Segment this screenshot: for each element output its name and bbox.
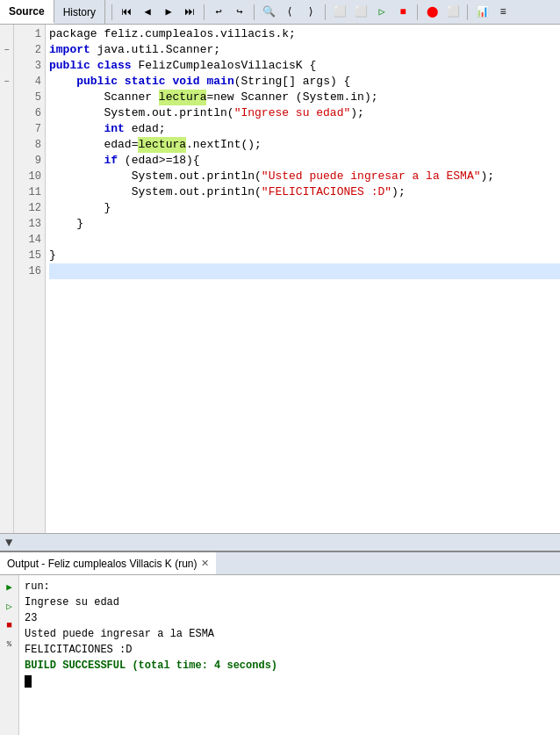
plain-token — [49, 137, 104, 153]
fold-cell[interactable]: − — [0, 74, 13, 90]
toolbar-btn-2[interactable]: ◀ — [138, 3, 157, 22]
bottom-expand-arrow[interactable]: ▼ — [5, 536, 12, 550]
highlight-token: lectura — [159, 90, 207, 105]
line-number: 5 — [14, 90, 45, 105]
line-numbers: 12345678910111213141516 — [14, 25, 46, 533]
toolbar-btn-prev-match[interactable]: ⟨ — [280, 3, 299, 22]
code-line — [49, 263, 560, 279]
plain-token: ); — [350, 105, 364, 121]
code-line: } — [49, 248, 560, 263]
output-line: FELICITACIONES :D — [25, 642, 555, 658]
fold-cell — [0, 26, 13, 42]
code-line: package feliz.cumplealos.villacis.k; — [49, 26, 560, 42]
line-number: 16 — [14, 263, 45, 279]
keyword-token: main — [207, 74, 234, 90]
code-line — [49, 232, 560, 248]
fold-cell — [0, 248, 13, 263]
line-number: 7 — [14, 121, 45, 137]
toolbar-btn-toggle2[interactable]: ⬜ — [351, 3, 370, 22]
plain-token — [49, 74, 76, 90]
line-number: 6 — [14, 105, 45, 121]
tab-history-label: History — [63, 6, 96, 18]
line-number: 13 — [14, 216, 45, 232]
toolbar-btn-4[interactable]: ⏭ — [180, 3, 199, 22]
output-line: BUILD SUCCESSFUL (total time: 4 seconds) — [25, 658, 555, 674]
code-content[interactable]: package feliz.cumplealos.villacis.k;impo… — [46, 25, 560, 533]
output-btn-run[interactable]: ▶ — [2, 579, 18, 594]
output-text: run:Ingrese su edad23Usted puede ingresa… — [19, 575, 560, 735]
plain-token — [49, 169, 132, 184]
keyword-token: class — [97, 58, 132, 74]
toolbar-btn-redo[interactable]: ↪ — [230, 3, 249, 22]
toolbar-btn-rec2[interactable]: ⬜ — [443, 3, 463, 22]
fold-cell — [0, 137, 13, 153]
plain-token — [49, 153, 104, 169]
line-number: 11 — [14, 184, 45, 200]
toolbar-btn-stop[interactable]: ■ — [393, 3, 413, 22]
separator-3 — [254, 4, 255, 20]
output-tab[interactable]: Output - Feliz cumplealos Villacis K (ru… — [0, 552, 216, 574]
output-tab-close[interactable]: ✕ — [201, 558, 209, 569]
plain-token — [200, 74, 207, 90]
output-line: 23 — [25, 610, 555, 626]
plain-token — [118, 74, 125, 90]
code-line: public static void main(String[] args) { — [49, 74, 560, 90]
output-panel: Output - Feliz cumplealos Villacis K (ru… — [0, 551, 560, 735]
fold-cell — [0, 216, 13, 232]
fold-cell — [0, 200, 13, 216]
toolbar-btn-3[interactable]: ▶ — [159, 3, 178, 22]
line-number: 15 — [14, 248, 45, 263]
tab-source[interactable]: Source — [0, 0, 54, 24]
plain-token — [49, 90, 104, 105]
plain-token: System.out.println( — [132, 184, 262, 200]
toolbar-btn-undo[interactable]: ↩ — [209, 3, 228, 22]
fold-cell — [0, 184, 13, 200]
toolbar-btn-next-match[interactable]: ⟩ — [301, 3, 320, 22]
plain-token: ); — [481, 169, 495, 184]
fold-cell — [0, 263, 13, 279]
line-number: 9 — [14, 153, 45, 169]
toolbar-btn-run[interactable]: ▷ — [372, 3, 391, 22]
separator-4 — [325, 4, 326, 20]
toolbar-btn-search[interactable]: 🔍 — [259, 3, 278, 22]
tab-bar: Source History — [0, 0, 105, 24]
code-line: edad=lectura.nextInt(); — [49, 137, 560, 153]
plain-token: edad; — [125, 121, 166, 137]
fold-cell — [0, 105, 13, 121]
code-line: public class FelizCumplealosVillacisK { — [49, 58, 560, 74]
code-line: if (edad>=18){ — [49, 153, 560, 169]
toolbar-btn-menu[interactable]: ≡ — [493, 3, 513, 22]
tab-history[interactable]: History — [54, 0, 105, 24]
fold-cell[interactable]: − — [0, 42, 13, 58]
toolbar-icons: ⏮ ◀ ▶ ⏭ ↩ ↪ 🔍 ⟨ ⟩ ⬜ ⬜ ▷ ■ ⬤ ⬜ 📊 ≡ — [105, 3, 560, 22]
toolbar-btn-1[interactable]: ⏮ — [117, 3, 136, 22]
output-btn-percent[interactable]: % — [2, 637, 18, 652]
code-line: int edad; — [49, 121, 560, 137]
toolbar-btn-record[interactable]: ⬤ — [422, 3, 442, 22]
editor-area: −− 12345678910111213141516 package feliz… — [0, 25, 560, 533]
output-btn-stop[interactable]: ■ — [2, 617, 18, 633]
plain-token: } — [49, 248, 56, 263]
toolbar-btn-toggle1[interactable]: ⬜ — [330, 3, 349, 22]
code-line: import java.util.Scanner; — [49, 42, 560, 58]
package-token: package feliz.cumplealos.villacis.k; — [49, 26, 296, 42]
code-line: System.out.println("Ingrese su edad"); — [49, 105, 560, 121]
fold-gutter: −− — [0, 25, 14, 533]
plain-token — [49, 216, 76, 232]
code-line: } — [49, 216, 560, 232]
plain-token: java.util.Scanner; — [90, 42, 220, 58]
output-line: run: — [25, 579, 555, 594]
line-number: 3 — [14, 58, 45, 74]
fold-cell — [0, 169, 13, 184]
plain-token: Scanner — [104, 90, 158, 105]
line-number: 4 — [14, 74, 45, 90]
plain-token — [49, 184, 132, 200]
line-number: 2 — [14, 42, 45, 58]
toolbar-btn-chart[interactable]: 📊 — [472, 3, 492, 22]
output-btn-step[interactable]: ▷ — [2, 598, 18, 614]
plain-token: ); — [391, 184, 406, 200]
plain-token: .nextInt(); — [186, 137, 262, 153]
output-line: Ingrese su edad — [25, 594, 555, 610]
plain-token: FelizCumplealosVillacisK { — [132, 58, 317, 74]
line-number: 12 — [14, 200, 45, 216]
